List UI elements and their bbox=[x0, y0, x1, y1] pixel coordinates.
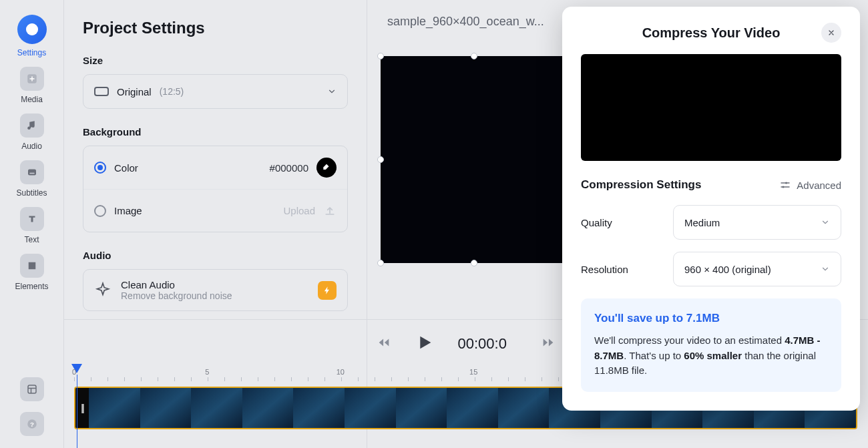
rewind-icon bbox=[377, 335, 391, 350]
size-value: Original bbox=[117, 86, 152, 97]
quality-select[interactable]: Medium bbox=[673, 205, 841, 240]
advanced-link[interactable]: Advanced bbox=[779, 179, 841, 191]
sidebar-item-elements[interactable]: Elements bbox=[12, 254, 52, 291]
rewind-button[interactable] bbox=[377, 335, 391, 353]
savings-headline: You'll save up to 7.1MB bbox=[594, 312, 828, 325]
savings-body: We'll compress your video to an estimate… bbox=[594, 333, 828, 379]
play-icon bbox=[414, 332, 435, 353]
layout-button[interactable] bbox=[20, 377, 44, 401]
paint-icon bbox=[322, 163, 331, 172]
music-note-icon bbox=[20, 114, 44, 138]
clean-audio-subtitle: Remove background noise bbox=[121, 290, 308, 301]
ruler-mark: 10 bbox=[337, 368, 345, 376]
quality-label: Quality bbox=[581, 217, 612, 228]
background-image-row[interactable]: Image Upload bbox=[83, 189, 347, 232]
help-icon: ? bbox=[26, 418, 38, 430]
svg-point-8 bbox=[783, 186, 785, 188]
compress-modal: Compress Your Video Compression Settings… bbox=[562, 7, 860, 411]
ruler-mark: 0 bbox=[72, 368, 76, 376]
sliders-icon bbox=[779, 179, 791, 191]
sidebar-item-settings[interactable]: Settings bbox=[12, 15, 52, 57]
sidebar-item-subtitles[interactable]: Subtitles bbox=[12, 160, 52, 198]
resolution-label: Resolution bbox=[581, 264, 628, 275]
clean-audio-row[interactable]: Clean Audio Remove background noise bbox=[83, 269, 348, 311]
svg-rect-6 bbox=[95, 87, 108, 95]
svg-point-7 bbox=[785, 182, 787, 184]
timecode: 00:00:0 bbox=[458, 335, 518, 353]
plus-icon bbox=[20, 67, 44, 91]
premium-badge bbox=[318, 281, 337, 300]
sidebar-item-label: Elements bbox=[15, 282, 48, 291]
clean-audio-title: Clean Audio bbox=[121, 279, 308, 290]
color-picker-button[interactable] bbox=[316, 158, 337, 178]
playhead-line bbox=[77, 375, 77, 448]
elements-icon bbox=[20, 254, 44, 278]
size-field-label: Size bbox=[83, 55, 348, 66]
savings-info-card: You'll save up to 7.1MB We'll compress y… bbox=[581, 298, 841, 392]
sidebar-item-label: Settings bbox=[17, 48, 46, 57]
quality-value: Medium bbox=[684, 217, 720, 228]
subtitles-icon bbox=[20, 160, 44, 184]
forward-icon bbox=[541, 335, 556, 350]
bg-color-hex: #000000 bbox=[270, 162, 308, 174]
background-color-row[interactable]: Color #000000 bbox=[83, 146, 347, 189]
size-select[interactable]: Original (12:5) bbox=[83, 74, 348, 109]
resize-handle[interactable] bbox=[377, 260, 384, 266]
resize-handle[interactable] bbox=[471, 53, 477, 59]
play-button[interactable] bbox=[414, 332, 435, 356]
sidebar-item-label: Media bbox=[21, 95, 43, 104]
compression-settings-title: Compression Settings bbox=[581, 178, 701, 192]
background-group: Color #000000 Image Upload bbox=[83, 146, 348, 232]
radio-color[interactable] bbox=[94, 162, 106, 174]
close-icon bbox=[827, 29, 835, 37]
size-ratio: (12:5) bbox=[160, 86, 184, 97]
ruler-mark: 5 bbox=[205, 368, 209, 376]
page-title: Project Settings bbox=[83, 19, 348, 37]
sidebar-item-label: Text bbox=[24, 235, 39, 244]
bg-color-label: Color bbox=[114, 162, 138, 174]
sidebar: Settings Media Audio Subtitles Text bbox=[0, 0, 63, 448]
ruler-mark: 15 bbox=[469, 368, 477, 376]
radio-image[interactable] bbox=[94, 205, 106, 217]
sidebar-item-media[interactable]: Media bbox=[12, 67, 52, 104]
aspect-icon bbox=[94, 87, 109, 96]
bg-image-label: Image bbox=[114, 205, 142, 216]
sidebar-item-label: Subtitles bbox=[16, 188, 47, 198]
audio-field-label: Audio bbox=[83, 250, 348, 261]
svg-rect-2 bbox=[29, 173, 35, 174]
chevron-down-icon bbox=[327, 87, 337, 96]
sparkle-icon bbox=[94, 282, 112, 299]
sidebar-item-label: Audio bbox=[21, 142, 42, 151]
modal-title: Compress Your Video bbox=[642, 25, 781, 41]
resize-handle[interactable] bbox=[377, 156, 384, 163]
upload-icon bbox=[323, 204, 337, 218]
modal-video-preview[interactable] bbox=[581, 54, 841, 161]
close-button[interactable] bbox=[821, 23, 841, 43]
sidebar-item-audio[interactable]: Audio bbox=[12, 114, 52, 151]
resize-handle[interactable] bbox=[377, 53, 384, 59]
advanced-label: Advanced bbox=[797, 180, 841, 191]
svg-text:?: ? bbox=[30, 421, 34, 428]
upload-label: Upload bbox=[283, 205, 315, 216]
video-canvas[interactable] bbox=[381, 56, 568, 263]
svg-rect-1 bbox=[28, 170, 36, 176]
svg-rect-3 bbox=[28, 385, 36, 393]
chevron-down-icon bbox=[821, 218, 830, 227]
help-button[interactable]: ? bbox=[20, 412, 44, 436]
bolt-icon bbox=[322, 286, 332, 295]
layout-icon bbox=[26, 383, 38, 395]
resize-handle[interactable] bbox=[471, 260, 477, 266]
clip-trim-handle-left[interactable]: || bbox=[75, 388, 89, 428]
filename: sample_960×400_ocean_w... bbox=[387, 15, 544, 29]
sidebar-item-text[interactable]: Text bbox=[12, 207, 52, 244]
resolution-value: 960 × 400 (original) bbox=[684, 264, 771, 275]
background-field-label: Background bbox=[83, 126, 348, 138]
forward-button[interactable] bbox=[541, 335, 556, 353]
chevron-down-icon bbox=[821, 264, 830, 274]
text-icon bbox=[20, 207, 44, 231]
settings-icon bbox=[17, 15, 47, 44]
resolution-select[interactable]: 960 × 400 (original) bbox=[673, 252, 841, 286]
